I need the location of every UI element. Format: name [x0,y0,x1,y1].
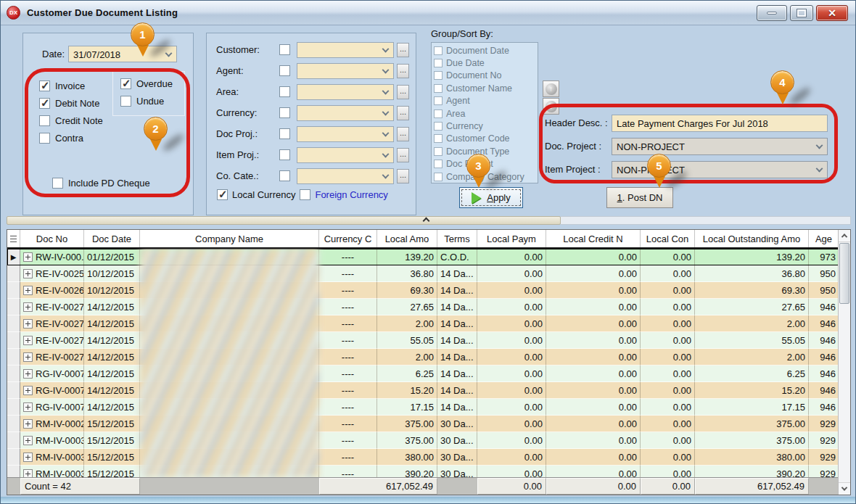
splitter-bar[interactable] [7,216,561,225]
area-dropdown[interactable] [297,84,394,100]
item-proj-browse-button[interactable]: ... [397,148,409,162]
expand-icon[interactable] [23,252,33,262]
company-category-checkbox[interactable] [434,173,443,181]
debit-note-checkbox[interactable] [39,98,50,109]
item-proj-dropdown[interactable] [297,147,394,163]
table-row[interactable]: RG-IV-0007414/12/2015----15.2014 Da...0.… [7,382,850,399]
group-sort-item-agent[interactable]: Agent [434,95,538,107]
move-down-button[interactable]: ↓ [543,98,559,115]
table-row[interactable]: RE-IV-0027314/12/2015----27.6514 Da...0.… [7,299,850,315]
agent-browse-button[interactable]: ... [397,64,409,78]
splitter-bar-right[interactable] [561,216,851,225]
group-sort-item-document-type[interactable]: Document Type [434,145,538,157]
column-header-company-name[interactable]: Company Name [140,230,319,247]
minimize-button[interactable] [757,5,787,21]
credit-note-checkbox[interactable] [39,115,50,126]
table-row[interactable]: RE-IV-0026010/12/2015----69.3014 Da...0.… [7,282,850,299]
undue-checkbox[interactable] [120,96,131,107]
maximize-button[interactable] [790,5,813,21]
doc-proj-checkbox[interactable] [279,128,290,139]
expand-icon[interactable] [23,269,33,278]
column-header-local-con[interactable]: Local Con [641,230,695,247]
table-row[interactable]: RM-IV-0003015/12/2015----375.0030 Da...0… [7,432,850,449]
group-sort-item-area[interactable]: Area [434,107,538,120]
group-sort-item-customer-name[interactable]: Customer Name [434,82,538,94]
expand-icon[interactable] [23,419,33,429]
customer-name-checkbox[interactable] [434,84,443,93]
item-project-dropdown[interactable]: NON-PROJECT [612,161,828,178]
table-row[interactable]: RM-IV-0003415/12/2015----390.2030 Da...0… [7,466,850,477]
document-date-checkbox[interactable] [434,46,443,55]
expand-icon[interactable] [23,436,33,445]
expand-icon[interactable] [23,453,33,462]
area-browse-button[interactable]: ... [397,85,409,99]
customer-code-checkbox[interactable] [434,134,443,143]
table-row[interactable]: RM-IV-0002915/12/2015----375.0030 Da...0… [7,416,850,432]
expand-icon[interactable] [23,369,33,379]
expand-icon[interactable] [23,469,33,478]
apply-button[interactable]: Apply [459,187,523,208]
currency-checkbox[interactable] [434,122,443,131]
expand-icon[interactable] [23,319,33,329]
item-proj-checkbox[interactable] [279,149,290,160]
currency-browse-button[interactable]: ... [397,106,409,120]
include-pd-cheque-checkbox[interactable] [52,178,63,189]
expand-icon[interactable] [23,386,33,395]
co-cate-dropdown[interactable] [297,168,394,184]
doc-project-dropdown[interactable]: NON-PROJECT [612,138,828,155]
table-row[interactable]: RE-IV-0025910/12/2015----36.8014 Da...0.… [7,265,850,282]
group-sort-item-doc-project[interactable]: Doc Project [434,158,538,170]
co-cate-checkbox[interactable] [279,170,290,181]
co-cate-browse-button[interactable]: ... [397,169,409,183]
doc-proj-browse-button[interactable]: ... [397,127,409,141]
area-checkbox[interactable] [279,86,290,97]
expand-icon[interactable] [23,302,33,312]
due-date-checkbox[interactable] [434,59,443,67]
close-button[interactable]: ✕ [816,5,848,21]
local-currency-checkbox[interactable] [217,189,228,200]
column-header-age[interactable]: Age [809,230,839,247]
column-header-local-amo[interactable]: Local Amo [377,230,437,247]
post-dn-button[interactable]: 1. Post DN [606,187,673,208]
table-row[interactable]: RE-IV-0027414/12/2015----2.0014 Da...0.0… [7,315,850,332]
customer-browse-button[interactable]: ... [397,43,409,57]
vertical-scrollbar[interactable] [838,230,850,495]
date-dropdown[interactable]: 31/07/2018 [68,46,177,62]
currency-checkbox[interactable] [279,107,290,118]
table-row[interactable]: RE-IV-0027614/12/2015----55.0514 Da...0.… [7,332,850,349]
expand-icon[interactable] [23,402,33,412]
scroll-up-button[interactable] [839,230,850,242]
column-header-doc-date[interactable]: Doc Date [84,230,140,247]
move-up-button[interactable]: ↑ [543,80,559,97]
document-type-checkbox[interactable] [434,147,443,156]
scroll-down-button[interactable] [839,482,850,495]
column-header-currency-c[interactable]: Currency C [319,230,377,247]
agent-dropdown[interactable] [297,63,394,79]
group-sort-item-due-date[interactable]: Due Date [434,57,538,69]
contra-checkbox[interactable] [39,133,50,144]
invoice-checkbox[interactable] [39,80,50,91]
scrollbar-thumb[interactable] [839,243,849,304]
group-sort-item-company-category[interactable]: Company Category [434,170,538,183]
table-row[interactable]: ▶RW-IV-000...01/12/2015----139.20C.O.D.0… [7,249,850,265]
foreign-currency-checkbox[interactable] [300,189,310,200]
column-header-local-outstanding-amo[interactable]: Local Outstanding Amo [695,230,809,247]
table-row[interactable]: RM-IV-0003315/12/2015----380.0030 Da...0… [7,449,850,466]
column-header-terms[interactable]: Terms [437,230,477,247]
group-sort-item-customer-code[interactable]: Customer Code [434,133,538,145]
column-header-local-paym[interactable]: Local Paym [477,230,546,247]
expand-icon[interactable] [23,286,33,295]
column-header-doc-no[interactable]: Doc No [20,230,84,247]
table-row[interactable]: RG-IV-0007514/12/2015----17.1514 Da...0.… [7,399,850,416]
table-row[interactable]: RG-IV-0007314/12/2015----6.2514 Da...0.0… [7,365,850,382]
document-no-checkbox[interactable] [434,71,443,80]
area-checkbox[interactable] [434,110,443,118]
currency-dropdown[interactable] [297,105,394,121]
expand-icon[interactable] [23,336,33,345]
column-header-local-credit-n[interactable]: Local Credit N [546,230,641,247]
agent-checkbox[interactable] [279,65,290,76]
customer-checkbox[interactable] [279,44,290,55]
expand-icon[interactable] [23,352,33,362]
group-sort-item-document-no[interactable]: Document No [434,70,538,82]
doc-proj-dropdown[interactable] [297,126,394,142]
